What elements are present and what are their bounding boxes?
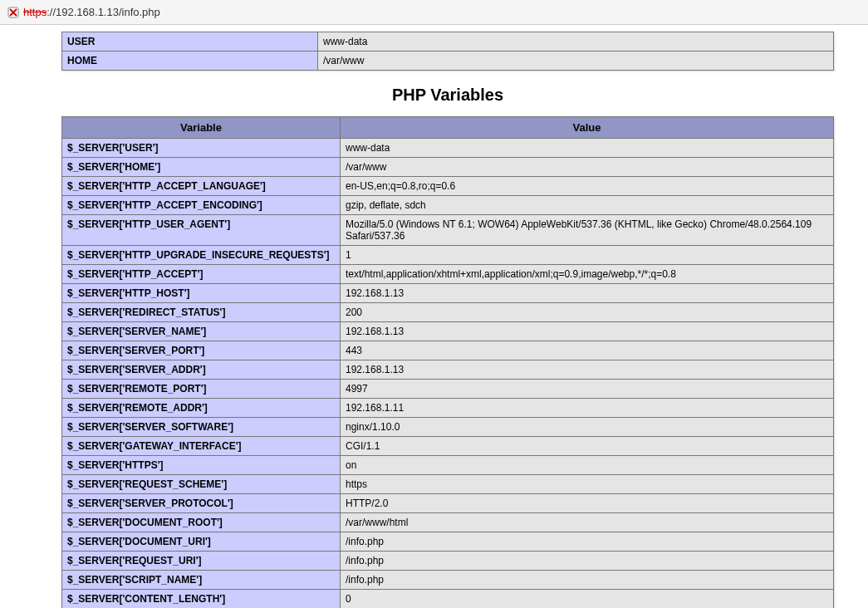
var-value: /info.php: [341, 571, 834, 590]
env-value: www-data: [318, 32, 834, 51]
var-key: $_SERVER['SERVER_NAME']: [62, 322, 341, 341]
var-key: $_SERVER['SERVER_PORT']: [62, 341, 341, 360]
var-value: Mozilla/5.0 (Windows NT 6.1; WOW64) Appl…: [341, 215, 834, 246]
var-key: $_SERVER['HTTP_USER_AGENT']: [62, 215, 341, 246]
url-bar[interactable]: https://192.168.1.13/info.php: [7, 6, 160, 19]
var-value: HTTP/2.0: [341, 494, 834, 513]
table-row: $_SERVER['HTTP_UPGRADE_INSECURE_REQUESTS…: [62, 246, 834, 265]
var-value: 200: [341, 303, 834, 322]
var-key: $_SERVER['SERVER_PROTOCOL']: [62, 494, 341, 513]
table-row: $_SERVER['GATEWAY_INTERFACE']CGI/1.1: [62, 437, 834, 456]
table-row: $_SERVER['SERVER_NAME']192.168.1.13: [62, 322, 834, 341]
table-row: $_SERVER['USER']www-data: [62, 139, 834, 158]
table-row: $_SERVER['HTTP_HOST']192.168.1.13: [62, 284, 834, 303]
var-value: /var/www: [341, 158, 834, 177]
var-value: /info.php: [341, 532, 834, 552]
var-key: $_SERVER['REMOTE_ADDR']: [62, 399, 341, 418]
table-row: $_SERVER['CONTENT_LENGTH']0: [62, 590, 834, 609]
table-row: USERwww-data: [62, 32, 834, 51]
table-row: $_SERVER['HTTPS']on: [62, 456, 834, 475]
var-value: CGI/1.1: [341, 437, 834, 456]
var-key: $_SERVER['HTTP_ACCEPT']: [62, 265, 341, 284]
table-row: $_SERVER['REQUEST_SCHEME']https: [62, 475, 834, 494]
var-key: $_SERVER['GATEWAY_INTERFACE']: [62, 437, 341, 456]
var-value: text/html,application/xhtml+xml,applicat…: [341, 265, 834, 284]
env-value: /var/www: [318, 51, 834, 71]
table-row: $_SERVER['HTTP_USER_AGENT']Mozilla/5.0 (…: [62, 215, 834, 246]
table-row: $_SERVER['REDIRECT_STATUS']200: [62, 303, 834, 322]
var-key: $_SERVER['USER']: [62, 139, 341, 158]
var-value: 192.168.1.13: [341, 322, 834, 341]
var-key: $_SERVER['SERVER_SOFTWARE']: [62, 418, 341, 437]
var-key: $_SERVER['HOME']: [62, 158, 341, 177]
table-row: $_SERVER['REMOTE_ADDR']192.168.1.11: [62, 399, 834, 418]
env-key: HOME: [62, 51, 318, 71]
url-text[interactable]: https://192.168.1.13/info.php: [23, 6, 160, 18]
table-row: $_SERVER['SCRIPT_NAME']/info.php: [62, 571, 834, 590]
env-table: USERwww-dataHOME/var/www: [61, 32, 834, 71]
var-value: /info.php: [341, 552, 834, 571]
var-key: $_SERVER['HTTP_ACCEPT_ENCODING']: [62, 196, 341, 215]
table-row-highlighted: $_SERVER['SERVER_PROTOCOL']HTTP/2.0: [62, 494, 834, 513]
page-content: USERwww-dataHOME/var/www PHP Variables V…: [0, 25, 868, 608]
table-row: $_SERVER['HTTP_ACCEPT_LANGUAGE']en-US,en…: [62, 177, 834, 196]
table-row: $_SERVER['SERVER_PORT']443: [62, 341, 834, 360]
var-key: $_SERVER['HTTPS']: [62, 456, 341, 475]
var-value: 443: [341, 341, 834, 360]
table-row: $_SERVER['REMOTE_PORT']4997: [62, 380, 834, 399]
var-key: $_SERVER['SCRIPT_NAME']: [62, 571, 341, 590]
var-value: 192.168.1.13: [341, 284, 834, 303]
var-value: on: [341, 456, 834, 475]
col-header-value: Value: [341, 117, 834, 139]
var-value: nginx/1.10.0: [341, 418, 834, 437]
var-value: en-US,en;q=0.8,ro;q=0.6: [341, 177, 834, 196]
var-value: 192.168.1.13: [341, 360, 834, 380]
var-key: $_SERVER['HTTP_UPGRADE_INSECURE_REQUESTS…: [62, 246, 341, 265]
table-row: $_SERVER['SERVER_ADDR']192.168.1.13: [62, 360, 834, 380]
var-value: 1: [341, 246, 834, 265]
var-key: $_SERVER['DOCUMENT_ROOT']: [62, 513, 341, 532]
var-key: $_SERVER['HTTP_ACCEPT_LANGUAGE']: [62, 177, 341, 196]
table-row: $_SERVER['SERVER_SOFTWARE']nginx/1.10.0: [62, 418, 834, 437]
table-row: $_SERVER['HTTP_ACCEPT_ENCODING']gzip, de…: [62, 196, 834, 215]
var-key: $_SERVER['REQUEST_URI']: [62, 552, 341, 571]
var-key: $_SERVER['REQUEST_SCHEME']: [62, 475, 341, 494]
table-row: $_SERVER['DOCUMENT_URI']/info.php: [62, 532, 834, 552]
var-value: www-data: [341, 139, 834, 158]
var-value: https: [341, 475, 834, 494]
var-key: $_SERVER['HTTP_HOST']: [62, 284, 341, 303]
insecure-cert-icon[interactable]: [7, 6, 20, 19]
var-key: $_SERVER['REDIRECT_STATUS']: [62, 303, 341, 322]
url-scheme-strike: https: [23, 6, 47, 18]
var-value: 4997: [341, 380, 834, 399]
table-row: HOME/var/www: [62, 51, 834, 71]
table-row: $_SERVER['REQUEST_URI']/info.php: [62, 552, 834, 571]
col-header-variable: Variable: [62, 117, 341, 139]
var-value: /var/www/html: [341, 513, 834, 532]
var-key: $_SERVER['REMOTE_PORT']: [62, 380, 341, 399]
table-row: $_SERVER['HOME']/var/www: [62, 158, 834, 177]
var-value: 192.168.1.11: [341, 399, 834, 418]
var-key: $_SERVER['DOCUMENT_URI']: [62, 532, 341, 552]
table-row: $_SERVER['HTTP_ACCEPT']text/html,applica…: [62, 265, 834, 284]
var-value: 0: [341, 590, 834, 609]
php-variables-table: Variable Value $_SERVER['USER']www-data$…: [61, 116, 834, 608]
table-row: $_SERVER['DOCUMENT_ROOT']/var/www/html: [62, 513, 834, 532]
section-title: PHP Variables: [61, 86, 834, 105]
var-value: gzip, deflate, sdch: [341, 196, 834, 215]
var-key: $_SERVER['SERVER_ADDR']: [62, 360, 341, 380]
url-rest: ://192.168.1.13/info.php: [47, 6, 160, 18]
browser-address-bar[interactable]: https://192.168.1.13/info.php: [0, 0, 868, 25]
var-key: $_SERVER['CONTENT_LENGTH']: [62, 590, 341, 609]
env-key: USER: [62, 32, 318, 51]
